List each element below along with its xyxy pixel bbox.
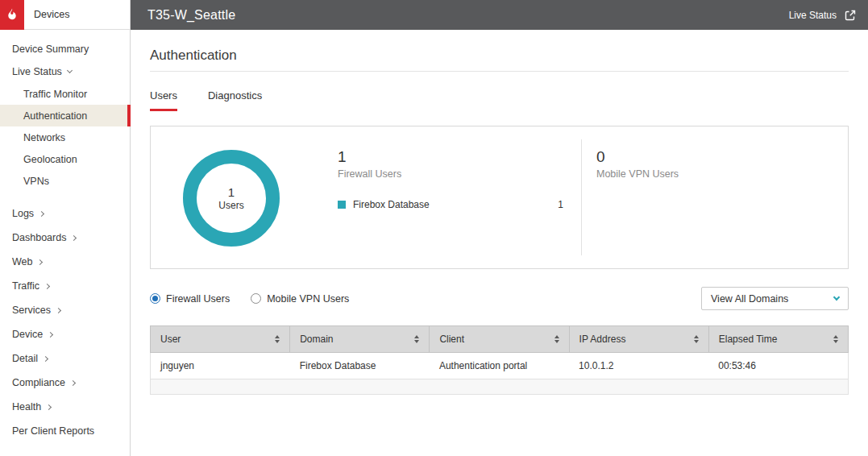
radio-mobile-vpn-users[interactable]: Mobile VPN Users	[251, 293, 349, 305]
column-header-label: Client	[439, 334, 464, 345]
column-header-label: User	[160, 334, 181, 345]
column-header-label: Elapsed Time	[719, 334, 778, 345]
sidebar-item-label: VPNs	[23, 176, 49, 187]
filter-row: Firewall Users Mobile VPN Users View All…	[150, 287, 849, 310]
sidebar-item-label: Networks	[23, 132, 65, 143]
sidebar-item-geolocation[interactable]: Geolocation	[0, 148, 130, 170]
sidebar-item-networks[interactable]: Networks	[0, 126, 130, 148]
sidebar-item-device-summary[interactable]: Device Summary	[0, 38, 130, 60]
sidebar-nav: Device Summary Live Status Traffic Monit…	[0, 30, 130, 443]
topbar: T35-W_Seattle Live Status	[131, 0, 868, 30]
firewall-users-label: Firewall Users	[338, 168, 563, 180]
mobile-vpn-users-count: 0	[596, 148, 679, 166]
cell-domain: Firebox Database	[290, 353, 430, 379]
legend-label: Firebox Database	[353, 199, 430, 210]
page-title: Authentication	[150, 48, 849, 72]
radio-label: Firewall Users	[166, 293, 230, 305]
sidebar-item-label: Device	[12, 329, 43, 340]
sort-icon	[833, 335, 838, 343]
radio-firewall-users[interactable]: Firewall Users	[150, 293, 230, 305]
column-header-client[interactable]: Client	[430, 326, 569, 353]
panel-divider	[581, 139, 582, 255]
table-footer	[150, 379, 849, 395]
domain-dropdown[interactable]: View All Domains	[701, 287, 849, 310]
live-status-link[interactable]: Live Status	[789, 9, 857, 22]
sidebar-item-label: Per Client Reports	[12, 425, 94, 437]
brand-label: Devices	[34, 9, 69, 20]
sidebar-item-label: Compliance	[12, 377, 65, 388]
sidebar-item-label: Detail	[12, 353, 38, 364]
sidebar-item-vpns[interactable]: VPNs	[0, 170, 130, 192]
sidebar-item-label: Geolocation	[23, 154, 77, 165]
sidebar-item-logs[interactable]: Logs	[0, 201, 130, 226]
firewall-users-count: 1	[338, 148, 563, 166]
chevron-right-icon	[37, 259, 43, 264]
tab-bar: Users Diagnostics	[150, 89, 849, 111]
sidebar-item-label: Authentication	[23, 110, 87, 122]
tab-users[interactable]: Users	[150, 89, 177, 111]
radio-unselected-icon	[251, 293, 261, 304]
users-donut-chart: 1 Users	[183, 150, 280, 247]
column-header-label: IP Address	[579, 334, 626, 345]
sidebar-item-label: Live Status	[12, 66, 62, 77]
sidebar-item-detail[interactable]: Detail	[0, 346, 130, 371]
legend-value: 1	[558, 199, 563, 210]
sidebar-item-web[interactable]: Web	[0, 250, 130, 274]
chevron-right-icon	[46, 404, 52, 409]
column-header-label: Domain	[300, 334, 333, 345]
sort-icon	[414, 335, 419, 343]
sidebar-item-label: Traffic	[12, 280, 39, 292]
mobile-vpn-users-label: Mobile VPN Users	[596, 168, 679, 180]
sidebar-item-traffic-monitor[interactable]: Traffic Monitor	[0, 83, 130, 105]
domain-dropdown-value: View All Domains	[711, 293, 788, 305]
external-link-icon	[844, 9, 857, 22]
column-header-elapsed-time[interactable]: Elapsed Time	[708, 326, 848, 353]
sidebar-item-compliance[interactable]: Compliance	[0, 371, 130, 395]
cell-user: jnguyen	[151, 353, 290, 379]
sort-icon	[694, 335, 699, 343]
sidebar-item-label: Dashboards	[12, 232, 66, 243]
sidebar-item-label: Logs	[12, 208, 34, 219]
nav-divider-gap	[0, 192, 130, 201]
column-header-user[interactable]: User	[151, 326, 290, 353]
sidebar-item-label: Web	[12, 256, 32, 267]
sidebar-item-label: Device Summary	[12, 44, 89, 55]
chevron-down-icon	[67, 68, 73, 73]
sort-icon	[554, 335, 559, 343]
radio-label: Mobile VPN Users	[267, 293, 349, 305]
tab-diagnostics[interactable]: Diagnostics	[208, 89, 262, 111]
chevron-right-icon	[43, 355, 48, 361]
sidebar-item-health[interactable]: Health	[0, 395, 130, 419]
table-row[interactable]: jnguyen Firebox Database Authentication …	[151, 353, 849, 379]
firewall-users-stat: 1 Firewall Users Firebox Database 1	[338, 148, 563, 268]
chevron-right-icon	[56, 307, 61, 313]
chevron-down-icon	[833, 293, 840, 300]
sidebar-item-services[interactable]: Services	[0, 298, 130, 322]
sidebar-item-per-client-reports[interactable]: Per Client Reports	[0, 419, 130, 443]
donut-center-value: 1	[228, 185, 235, 199]
flame-icon	[5, 7, 19, 22]
radio-selected-icon	[150, 293, 160, 304]
users-summary-panel: 1 Users 1 Firewall Users Firebox Databas…	[150, 126, 849, 269]
donut-center-label: Users	[218, 200, 243, 211]
legend-item: Firebox Database 1	[338, 199, 563, 210]
watchguard-logo[interactable]	[0, 0, 24, 30]
sidebar-item-label: Traffic Monitor	[23, 89, 87, 100]
chevron-right-icon	[44, 283, 50, 288]
sort-icon	[275, 335, 280, 343]
sidebar-item-live-status[interactable]: Live Status	[0, 60, 130, 83]
main-content: Authentication Users Diagnostics 1 Users…	[131, 30, 868, 456]
live-status-label: Live Status	[789, 10, 837, 21]
column-header-domain[interactable]: Domain	[290, 326, 430, 353]
column-header-ip-address[interactable]: IP Address	[569, 326, 708, 353]
sidebar-item-authentication[interactable]: Authentication	[0, 105, 130, 126]
cell-elapsed-time: 00:53:46	[708, 353, 848, 379]
sidebar-item-device[interactable]: Device	[0, 322, 130, 346]
legend-swatch	[338, 201, 346, 209]
sidebar-item-traffic[interactable]: Traffic	[0, 274, 130, 298]
device-title: T35-W_Seattle	[147, 8, 235, 23]
chevron-right-icon	[71, 234, 77, 240]
sidebar-item-label: Services	[12, 305, 51, 316]
users-table: User Domain Client IP Address Elapsed Ti…	[150, 325, 849, 379]
sidebar-item-dashboards[interactable]: Dashboards	[0, 226, 130, 250]
